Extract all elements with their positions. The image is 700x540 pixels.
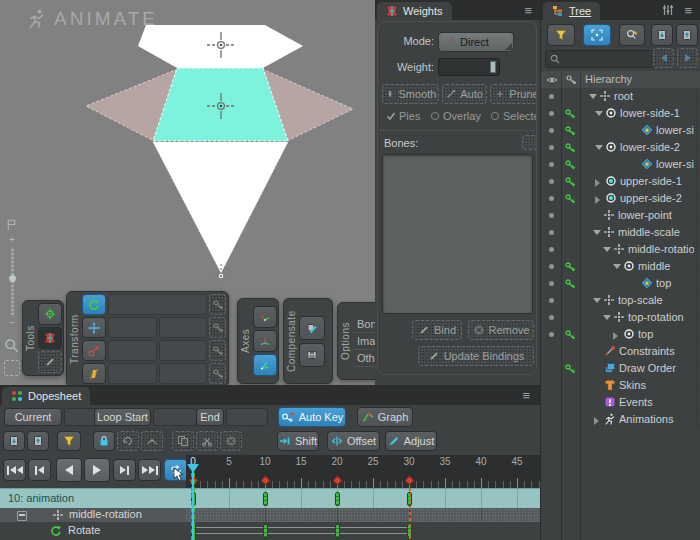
- expander-down-icon[interactable]: [603, 315, 611, 320]
- axes-axes-a-button[interactable]: [253, 306, 277, 328]
- play-backward-button[interactable]: [56, 458, 82, 482]
- marquee-icon[interactable]: [4, 360, 20, 376]
- shift-button[interactable]: Shift: [277, 431, 319, 451]
- mode-dropdown[interactable]: Direct: [438, 32, 514, 52]
- key-icon[interactable]: [564, 142, 576, 154]
- tree-item-top-rotation[interactable]: top-rotation: [541, 309, 700, 326]
- expander-down-icon[interactable]: [595, 111, 603, 116]
- visibility-dot[interactable]: [549, 145, 554, 150]
- cut-button[interactable]: [196, 431, 218, 451]
- translate-key-button[interactable]: [209, 317, 226, 338]
- keyframe-bar[interactable]: [263, 492, 268, 506]
- tree-item-top[interactable]: top: [541, 326, 700, 343]
- shear-value-field[interactable]: [159, 363, 208, 384]
- previous-key-button[interactable]: [28, 459, 51, 481]
- tree-item-top-scale[interactable]: top-scale: [541, 292, 700, 309]
- visibility-dot[interactable]: [549, 247, 554, 252]
- update-bindings-button[interactable]: Update Bindings: [418, 346, 534, 366]
- collapse-box[interactable]: [17, 511, 27, 521]
- expander-down-icon[interactable]: [613, 264, 621, 269]
- keyframe-bar[interactable]: [335, 524, 340, 538]
- tab-tree[interactable]: Tree: [543, 2, 600, 20]
- tree-search-edit-button[interactable]: [619, 24, 645, 46]
- tool-weights-mesh-button[interactable]: [38, 327, 62, 349]
- options-item-others[interactable]: Others: [354, 350, 375, 367]
- expander-right-icon[interactable]: [594, 417, 599, 425]
- axes-axes-c-button[interactable]: [253, 354, 277, 376]
- expander-down-icon[interactable]: [593, 230, 601, 235]
- zoom-handle[interactable]: [9, 275, 16, 282]
- visibility-dot[interactable]: [549, 298, 554, 303]
- timeline-row-animation[interactable]: 10: animation: [0, 488, 540, 508]
- prune-button[interactable]: Prune: [490, 84, 537, 104]
- key-icon[interactable]: [564, 363, 576, 375]
- offset-button[interactable]: Offset: [327, 431, 380, 451]
- tree-page-up-button[interactable]: [676, 24, 698, 46]
- checkbox-overlay[interactable]: Overlay: [430, 110, 481, 122]
- visibility-dot[interactable]: [549, 179, 554, 184]
- tree-item-lower-side[interactable]: lower-side: [541, 156, 700, 173]
- translate-value-field[interactable]: [108, 317, 157, 338]
- weight-slider[interactable]: [438, 58, 500, 76]
- options-item-bones[interactable]: Bones: [354, 316, 375, 333]
- visibility-dot[interactable]: [549, 315, 554, 320]
- visibility-dot[interactable]: [549, 230, 554, 235]
- scale-value-field[interactable]: [159, 340, 208, 361]
- tree-search-input[interactable]: [545, 50, 655, 68]
- lock-button[interactable]: [93, 431, 115, 451]
- key-icon[interactable]: [564, 193, 576, 205]
- flatten-button[interactable]: [141, 431, 163, 451]
- visibility-dot[interactable]: [549, 264, 554, 269]
- auto-button[interactable]: Auto: [442, 84, 487, 104]
- tree-item-skins[interactable]: Skins: [541, 377, 700, 394]
- view-toggle-icon[interactable]: [5, 218, 18, 231]
- scale-tool-button[interactable]: [82, 340, 106, 361]
- page-down-button[interactable]: [3, 431, 25, 451]
- auto-key-button[interactable]: Auto Key: [278, 407, 346, 427]
- loop-start-label-button[interactable]: Loop Start: [94, 408, 151, 426]
- bind-button[interactable]: Bind: [412, 320, 462, 340]
- tree-settings-icon[interactable]: [662, 4, 674, 16]
- scale-value-field[interactable]: [108, 340, 157, 361]
- tree-item-draw-order[interactable]: Draw Order: [541, 360, 700, 377]
- key-icon[interactable]: [564, 278, 576, 290]
- tree-item-upper-side-1[interactable]: upper-side-1: [541, 173, 700, 190]
- magnifier-icon[interactable]: [4, 338, 19, 353]
- copy-button[interactable]: [172, 431, 194, 451]
- compensate-comp-paint-button[interactable]: [299, 316, 325, 340]
- go-to-end-button[interactable]: [138, 459, 161, 481]
- go-to-start-button[interactable]: [3, 459, 26, 481]
- translate-value-field[interactable]: [159, 317, 208, 338]
- tree-item-constraints[interactable]: Constraints: [541, 343, 700, 360]
- visibility-dot[interactable]: [549, 281, 554, 286]
- loop-start-field[interactable]: [153, 408, 197, 426]
- key-icon[interactable]: [564, 261, 576, 273]
- tab-dopesheet[interactable]: Dopesheet: [2, 387, 90, 405]
- checkbox-pies[interactable]: Pies: [386, 110, 420, 122]
- key-icon[interactable]: [564, 108, 576, 120]
- funnel-button[interactable]: [57, 431, 81, 451]
- viewport[interactable]: ANIMATE + − Tools Transform Axes: [0, 0, 375, 385]
- tree-item-events[interactable]: Events: [541, 394, 700, 411]
- tree-scrollbar[interactable]: [694, 88, 700, 428]
- tree-item-top[interactable]: top: [541, 275, 700, 292]
- tree-item-middle-scale[interactable]: middle-scale: [541, 224, 700, 241]
- tree-item-lower-point[interactable]: lower-point: [541, 207, 700, 224]
- key-icon[interactable]: [564, 159, 576, 171]
- tree-item-lower-side[interactable]: lower-side: [541, 122, 700, 139]
- page-up-button[interactable]: [27, 431, 49, 451]
- visibility-dot[interactable]: [549, 162, 554, 167]
- play-forward-button[interactable]: [84, 458, 110, 482]
- keyframe-diamond[interactable]: [404, 476, 414, 486]
- weights-menu-icon[interactable]: ≡: [524, 4, 532, 17]
- keyframe-bar[interactable]: [335, 492, 340, 506]
- adjust-button[interactable]: Adjust: [385, 431, 437, 451]
- axes-axes-b-button[interactable]: [253, 330, 277, 352]
- tree-page-down-button[interactable]: [651, 24, 673, 46]
- visibility-dot[interactable]: [549, 332, 554, 337]
- end-field[interactable]: [226, 408, 268, 426]
- visibility-dot[interactable]: [549, 94, 554, 99]
- expander-right-icon[interactable]: [595, 196, 600, 204]
- tree-item-root[interactable]: root: [541, 88, 700, 105]
- expander-down-icon[interactable]: [593, 298, 601, 303]
